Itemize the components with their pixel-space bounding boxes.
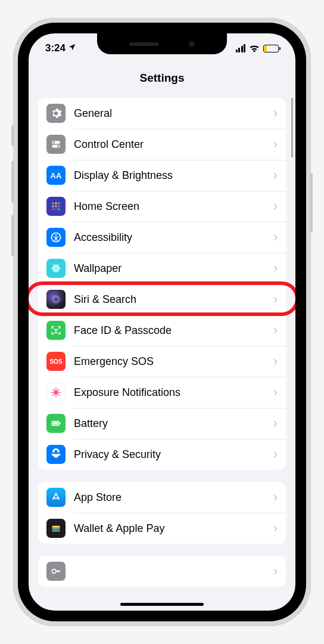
svg-point-23 [54, 391, 58, 395]
gear-icon [46, 104, 66, 123]
chevron-right-icon: › [273, 564, 278, 579]
settings-content[interactable]: General › Control Center › AA Display & … [29, 93, 295, 611]
volume-down [11, 215, 14, 256]
svg-rect-10 [52, 208, 54, 210]
row-sos[interactable]: SOS Emergency SOS › [38, 346, 286, 377]
svg-point-38 [53, 394, 54, 395]
accessibility-icon [46, 228, 66, 247]
svg-rect-42 [53, 422, 58, 424]
chevron-right-icon: › [273, 521, 278, 536]
svg-point-32 [55, 389, 57, 390]
phone-frame: 3:24 Settings [13, 18, 311, 626]
row-wallpaper[interactable]: Wallpaper › [38, 253, 286, 284]
svg-point-33 [55, 395, 57, 396]
exposure-icon [46, 383, 66, 402]
screen: 3:24 Settings [29, 33, 295, 611]
chevron-right-icon: › [273, 416, 278, 431]
row-label: Display & Brightness [74, 169, 273, 182]
row-privacy[interactable]: Privacy & Security › [38, 439, 286, 470]
chevron-right-icon: › [273, 490, 278, 505]
svg-point-35 [58, 392, 60, 393]
chevron-right-icon: › [273, 137, 278, 152]
svg-point-47 [52, 569, 56, 574]
mute-switch [11, 125, 14, 146]
svg-rect-8 [55, 205, 57, 207]
svg-rect-9 [58, 205, 60, 207]
settings-group-cutoff: › [38, 556, 286, 587]
row-label: Privacy & Security [74, 448, 273, 461]
sos-icon: SOS [46, 352, 66, 371]
wallpaper-icon [46, 259, 66, 278]
location-icon [68, 42, 76, 54]
svg-rect-12 [58, 208, 60, 210]
svg-point-14 [55, 234, 57, 236]
row-siri[interactable]: Siri & Search › [38, 284, 286, 315]
row-label: Home Screen [74, 200, 273, 213]
svg-point-34 [52, 392, 54, 393]
battery-icon [263, 45, 279, 52]
row-general[interactable]: General › [38, 98, 286, 129]
svg-rect-41 [60, 422, 61, 424]
privacy-icon [46, 445, 66, 464]
chevron-right-icon: › [273, 323, 278, 338]
svg-rect-44 [52, 527, 60, 529]
chevron-right-icon: › [273, 354, 278, 369]
row-label: Siri & Search [74, 293, 273, 306]
row-control-center[interactable]: Control Center › [38, 129, 286, 160]
svg-point-3 [57, 145, 59, 147]
speaker [129, 42, 159, 46]
switches-icon [46, 135, 66, 154]
svg-point-36 [53, 389, 54, 391]
settings-group-store: App Store › Wallet & Apple Pay › [38, 482, 286, 544]
status-indicators [236, 44, 279, 52]
settings-group-main: General › Control Center › AA Display & … [38, 98, 286, 470]
row-display[interactable]: AA Display & Brightness › [38, 160, 286, 191]
row-label: Wallpaper [74, 262, 273, 275]
volume-up [11, 161, 14, 203]
wallet-icon [46, 519, 66, 538]
chevron-right-icon: › [273, 230, 278, 245]
row-label: Control Center [74, 138, 273, 151]
row-label: Exposure Notifications [74, 386, 273, 399]
chevron-right-icon: › [273, 168, 278, 183]
svg-point-20 [54, 298, 58, 302]
svg-rect-6 [58, 202, 60, 204]
passwords-icon [46, 562, 66, 581]
row-exposure[interactable]: Exposure Notifications › [38, 377, 286, 408]
siri-icon [46, 290, 66, 309]
chevron-right-icon: › [273, 292, 278, 307]
page-title: Settings [140, 72, 185, 85]
status-time-group: 3:24 [45, 42, 76, 54]
svg-point-1 [53, 141, 55, 143]
row-home-screen[interactable]: Home Screen › [38, 191, 286, 222]
svg-rect-46 [52, 530, 60, 532]
row-label: Accessibility [74, 231, 273, 244]
power-button [310, 173, 313, 233]
row-battery[interactable]: Battery › [38, 408, 286, 439]
svg-rect-7 [52, 205, 54, 207]
chevron-right-icon: › [273, 447, 278, 462]
svg-point-39 [58, 389, 59, 391]
home-indicator[interactable] [120, 603, 204, 606]
row-appstore[interactable]: App Store › [38, 482, 286, 513]
home-screen-icon [46, 197, 66, 216]
cellular-signal-icon [236, 44, 246, 52]
appstore-icon [46, 488, 66, 507]
scroll-indicator [291, 98, 293, 157]
row-wallet[interactable]: Wallet & Apple Pay › [38, 513, 286, 544]
row-label: Face ID & Passcode [74, 324, 273, 337]
row-faceid[interactable]: Face ID & Passcode › [38, 315, 286, 346]
nav-header: Settings [29, 63, 295, 93]
chevron-right-icon: › [273, 385, 278, 400]
svg-point-21 [54, 329, 55, 330]
row-label: Battery [74, 417, 273, 430]
row-label: App Store [74, 491, 273, 504]
svg-rect-45 [52, 529, 60, 531]
chevron-right-icon: › [273, 106, 278, 121]
svg-rect-4 [52, 202, 54, 204]
notch [97, 33, 227, 54]
row-accessibility[interactable]: Accessibility › [38, 222, 286, 253]
row-cutoff[interactable]: › [38, 556, 286, 587]
row-label: Wallet & Apple Pay [74, 522, 273, 535]
chevron-right-icon: › [273, 261, 278, 276]
